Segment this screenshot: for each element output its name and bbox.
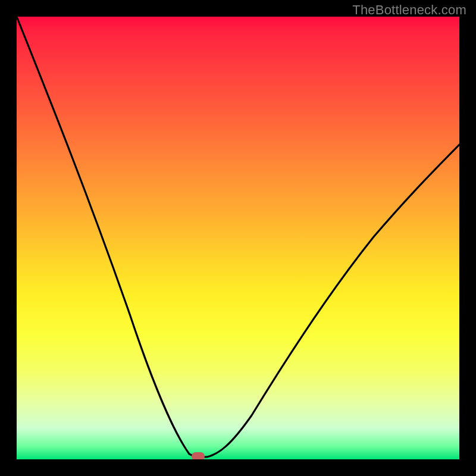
bottleneck-curve	[17, 17, 459, 459]
chart-frame: TheBottleneck.com	[0, 0, 476, 476]
curve-path	[17, 17, 459, 457]
watermark-text: TheBottleneck.com	[352, 2, 466, 18]
plot-area	[17, 17, 459, 459]
optimum-marker	[192, 452, 205, 459]
